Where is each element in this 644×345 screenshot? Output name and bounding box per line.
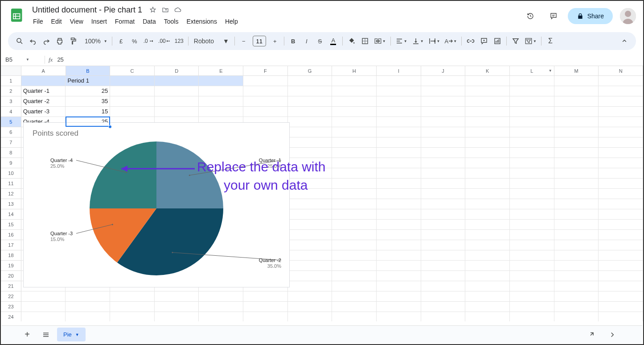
cell-M12[interactable] [554, 189, 599, 199]
cell-A3[interactable]: Quarter -2 [21, 96, 66, 107]
cell-J16[interactable] [421, 230, 466, 240]
cell-N18[interactable] [599, 250, 643, 261]
cell-K13[interactable] [465, 199, 510, 209]
cell-C1[interactable] [110, 76, 155, 86]
cell-K18[interactable] [465, 250, 510, 261]
decrease-decimal-icon[interactable]: .0 [142, 35, 156, 47]
cell-N11[interactable] [599, 179, 643, 189]
currency-button[interactable]: £ [115, 35, 127, 47]
cell-K15[interactable] [465, 220, 510, 230]
cell-G21[interactable] [288, 281, 332, 291]
text-rotation-icon[interactable]: A▼ [443, 35, 459, 47]
cell-N12[interactable] [599, 189, 643, 199]
cell-N22[interactable] [599, 291, 643, 302]
cell-J1[interactable] [421, 76, 466, 86]
cell-H14[interactable] [332, 209, 377, 220]
cell-K21[interactable] [465, 281, 510, 291]
cell-J10[interactable] [421, 168, 466, 179]
cell-I1[interactable] [377, 76, 421, 86]
cell-M19[interactable] [554, 261, 599, 271]
cell-I20[interactable] [377, 271, 421, 281]
cell-K11[interactable] [465, 179, 510, 189]
row-header-19[interactable]: 19 [1, 261, 21, 271]
cell-B3[interactable]: 35 [66, 96, 110, 107]
cell-L22[interactable] [510, 291, 554, 302]
cell-C3[interactable] [110, 96, 155, 107]
cell-J4[interactable] [421, 107, 466, 117]
font-size-decrease[interactable]: − [238, 35, 250, 47]
cell-D2[interactable] [155, 86, 199, 96]
cell-B2[interactable]: 25 [66, 86, 110, 96]
col-header-F[interactable]: F [243, 66, 288, 75]
cell-L20[interactable] [510, 271, 554, 281]
history-icon[interactable] [521, 7, 539, 25]
menu-tools[interactable]: Tools [160, 16, 182, 27]
cell-M4[interactable] [554, 107, 599, 117]
cell-N2[interactable] [599, 86, 643, 96]
row-header-2[interactable]: 2 [1, 86, 21, 96]
cell-M15[interactable] [554, 220, 599, 230]
cell-M1[interactable] [554, 76, 599, 86]
col-header-L[interactable]: L▼ [510, 66, 554, 75]
side-panel-toggle-icon[interactable] [605, 327, 620, 342]
cell-M3[interactable] [554, 96, 599, 107]
increase-decimal-icon[interactable]: .00 [156, 35, 172, 47]
borders-icon[interactable] [359, 35, 371, 47]
row-header-8[interactable]: 8 [1, 148, 21, 158]
cell-L6[interactable] [510, 127, 554, 137]
add-sheet-icon[interactable]: + [20, 327, 35, 342]
vertical-align-icon[interactable]: ▼ [410, 35, 426, 47]
cell-G6[interactable] [288, 127, 332, 137]
cell-E22[interactable] [199, 291, 243, 302]
cell-D1[interactable] [155, 76, 199, 86]
cell-G1[interactable] [288, 76, 332, 86]
cell-C24[interactable] [110, 312, 155, 321]
menu-view[interactable]: View [66, 16, 87, 27]
cell-M16[interactable] [554, 230, 599, 240]
cell-I18[interactable] [377, 250, 421, 261]
cell-H18[interactable] [332, 250, 377, 261]
cell-K23[interactable] [465, 302, 510, 312]
row-header-22[interactable]: 22 [1, 291, 21, 302]
cell-N19[interactable] [599, 261, 643, 271]
cell-E23[interactable] [199, 302, 243, 312]
cell-G8[interactable] [288, 148, 332, 158]
cell-G13[interactable] [288, 199, 332, 209]
col-header-H[interactable]: H [332, 66, 377, 75]
cell-N10[interactable] [599, 168, 643, 179]
row-header-21[interactable]: 21 [1, 281, 21, 291]
cell-A1[interactable] [21, 76, 66, 86]
cell-G17[interactable] [288, 240, 332, 250]
cell-J13[interactable] [421, 199, 466, 209]
row-header-16[interactable]: 16 [1, 230, 21, 240]
cell-H20[interactable] [332, 271, 377, 281]
cell-G3[interactable] [288, 96, 332, 107]
paint-format-icon[interactable] [67, 35, 79, 47]
cell-N1[interactable] [599, 76, 643, 86]
all-sheets-icon[interactable] [38, 327, 53, 342]
cell-J12[interactable] [421, 189, 466, 199]
cell-H8[interactable] [332, 148, 377, 158]
cell-N13[interactable] [599, 199, 643, 209]
cell-D4[interactable] [155, 107, 199, 117]
cell-K10[interactable] [465, 168, 510, 179]
cell-H10[interactable] [332, 168, 377, 179]
cell-F24[interactable] [243, 312, 288, 321]
cell-G14[interactable] [288, 209, 332, 220]
row-header-5[interactable]: 5 [1, 117, 21, 127]
cell-H23[interactable] [332, 302, 377, 312]
formula-input[interactable]: 25 [57, 56, 63, 63]
cell-G10[interactable] [288, 168, 332, 179]
cell-I12[interactable] [377, 189, 421, 199]
cell-B1[interactable]: Period 1 [66, 76, 110, 86]
cell-I17[interactable] [377, 240, 421, 250]
cell-E2[interactable] [199, 86, 243, 96]
cell-I22[interactable] [377, 291, 421, 302]
text-color-icon[interactable]: A [327, 35, 340, 47]
row-header-4[interactable]: 4 [1, 107, 21, 117]
cell-H7[interactable] [332, 137, 377, 148]
cell-H13[interactable] [332, 199, 377, 209]
cell-K24[interactable] [465, 312, 510, 321]
insert-chart-icon[interactable] [491, 35, 504, 47]
cell-F22[interactable] [243, 291, 288, 302]
